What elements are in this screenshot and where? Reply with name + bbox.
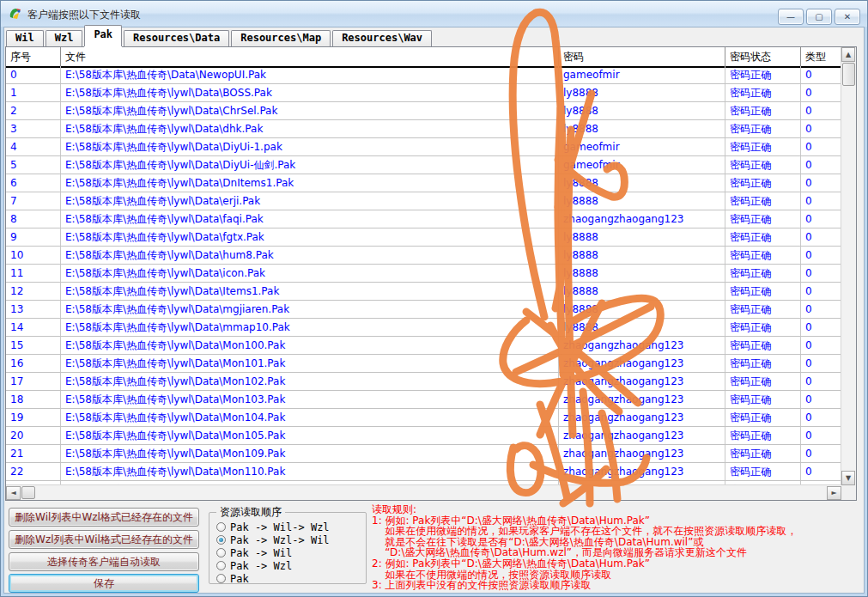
cell-status: 密码正确 bbox=[725, 337, 801, 354]
cell-type: 0 bbox=[801, 265, 841, 282]
table-row[interactable]: 1 E:\58版本库\热血传奇\lywl\Data\BOSS.Pak ly888… bbox=[6, 84, 841, 102]
cell-file: E:\58版本库\热血传奇\lywl\Data\mgjiaren.Pak bbox=[61, 301, 559, 318]
tab-label: Resources\Data bbox=[133, 32, 220, 44]
cell-file: E:\58版本库\热血传奇\lywl\Data\DiyUi-1.pak bbox=[61, 138, 559, 155]
cell-password: gameofmir bbox=[559, 66, 725, 83]
table-row[interactable]: 12 E:\58版本库\热血传奇\lywl\Data\Items1.Pak ly… bbox=[6, 283, 841, 301]
cell-status: 密码正确 bbox=[725, 355, 801, 372]
tab[interactable]: Resources\Wav bbox=[332, 30, 432, 46]
action-button-label: 删除Wzl列表中Wil格式已经存在的文件 bbox=[15, 533, 193, 547]
resource-order-option[interactable]: Pak -> Wil bbox=[216, 547, 330, 558]
column-header-type[interactable]: 类型 bbox=[801, 47, 841, 66]
cell-status: 密码正确 bbox=[725, 120, 801, 137]
table-row[interactable]: 2 E:\58版本库\热血传奇\lywl\Data\ChrSel.Pak ly8… bbox=[6, 102, 841, 120]
minimize-icon: — bbox=[786, 13, 795, 21]
scroll-left-icon[interactable]: ◄ bbox=[6, 486, 21, 500]
tab-label: Resources\Wav bbox=[342, 32, 422, 44]
table-row[interactable]: 5 E:\58版本库\热血传奇\lywl\Data\DiyUi-仙剑.Pak g… bbox=[6, 156, 841, 174]
cell-type: 0 bbox=[801, 463, 841, 480]
radio-label: Pak -> Wil-> Wzl bbox=[230, 521, 330, 533]
close-button[interactable]: ✕ bbox=[835, 9, 860, 25]
cell-type: 0 bbox=[801, 391, 841, 408]
table-row[interactable]: 3 E:\58版本库\热血传奇\lywl\Data\dhk.Pak ly8888… bbox=[6, 120, 841, 138]
cell-type: 0 bbox=[801, 174, 841, 192]
minimize-button[interactable]: — bbox=[778, 9, 804, 25]
column-header-file[interactable]: 文件 bbox=[61, 47, 559, 66]
column-header-index[interactable]: 序号 bbox=[6, 47, 61, 66]
column-header-password[interactable]: 密码 bbox=[559, 47, 725, 66]
cell-type: 0 bbox=[801, 319, 841, 336]
cell-password: zhaogangzhaogang123 bbox=[559, 445, 725, 462]
table-row[interactable]: 21 E:\58版本库\热血传奇\lywl\Data\Mon109.Pak zh… bbox=[6, 445, 841, 463]
resource-order-option[interactable]: Pak -> Wzl-> Wil bbox=[216, 534, 330, 545]
restore-button[interactable]: ▢ bbox=[806, 9, 832, 25]
cell-status: 密码正确 bbox=[725, 156, 801, 174]
table-header: 序号 文件 密码 密码状态 类型 bbox=[6, 47, 841, 68]
cell-status: 密码正确 bbox=[725, 427, 801, 444]
table-row[interactable]: 17 E:\58版本库\热血传奇\lywl\Data\Mon102.Pak zh… bbox=[6, 373, 841, 391]
cell-index: 22 bbox=[6, 463, 61, 480]
cell-status: 密码正确 bbox=[725, 265, 801, 282]
table-row[interactable]: 19 E:\58版本库\热血传奇\lywl\Data\Mon104.Pak zh… bbox=[6, 409, 841, 427]
horizontal-scrollbar[interactable]: ◄ ► bbox=[6, 484, 841, 500]
action-button-label: 删除Wil列表中Wzl格式已经存在的文件 bbox=[15, 510, 193, 525]
table-row[interactable]: 7 E:\58版本库\热血传奇\lywl\Data\erji.Pak ly888… bbox=[6, 192, 841, 210]
table-row[interactable]: 9 E:\58版本库\热血传奇\lywl\Data\fgtx.Pak ly888… bbox=[6, 228, 841, 247]
table-row[interactable]: 4 E:\58版本库\热血传奇\lywl\Data\DiyUi-1.pak ga… bbox=[6, 138, 841, 156]
scroll-right-icon[interactable]: ► bbox=[827, 486, 841, 500]
cell-file: E:\58版本库\热血传奇\lywl\Data\Mon110.Pak bbox=[61, 463, 559, 480]
scroll-down-icon[interactable]: ▼ bbox=[841, 471, 855, 485]
bottom-panel: 删除Wil列表中Wzl格式已经存在的文件删除Wzl列表中Wil格式已经存在的文件… bbox=[4, 501, 864, 593]
table-row[interactable]: 13 E:\58版本库\热血传奇\lywl\Data\mgjiaren.Pak … bbox=[6, 301, 841, 319]
cell-index: 9 bbox=[6, 228, 61, 246]
cell-file: E:\58版本库\热血传奇\lywl\Data\Mon109.Pak bbox=[61, 445, 559, 462]
vertical-scroll-thumb[interactable] bbox=[842, 63, 855, 86]
cell-type: 0 bbox=[801, 228, 841, 246]
cell-status: 密码正确 bbox=[725, 138, 801, 155]
action-button[interactable]: 删除Wzl列表中Wil格式已经存在的文件 bbox=[9, 530, 199, 549]
cell-status: 密码正确 bbox=[725, 445, 801, 462]
cell-password: ly8888 bbox=[559, 247, 725, 264]
action-button[interactable]: 选择传奇客户端自动读取 bbox=[9, 552, 199, 571]
cell-type: 0 bbox=[801, 337, 841, 354]
tab[interactable]: Resources\Data bbox=[124, 30, 229, 46]
table-row[interactable]: 8 E:\58版本库\热血传奇\lywl\Data\faqi.Pak zhaog… bbox=[6, 210, 841, 228]
vertical-scrollbar[interactable]: ▲ ▼ bbox=[841, 47, 856, 485]
cell-file: E:\58版本库\热血传奇\lywl\Data\Mon101.Pak bbox=[61, 355, 559, 372]
restore-icon: ▢ bbox=[815, 13, 822, 21]
action-button[interactable]: 保存 bbox=[9, 574, 199, 593]
table-row[interactable]: 18 E:\58版本库\热血传奇\lywl\Data\Mon103.Pak zh… bbox=[6, 391, 841, 409]
table-row[interactable]: 14 E:\58版本库\热血传奇\lywl\Data\mmap10.Pak ly… bbox=[6, 319, 841, 337]
cell-password: gameofmir bbox=[559, 156, 725, 174]
cell-password: ly8888 bbox=[559, 283, 725, 300]
table-row[interactable]: 20 E:\58版本库\热血传奇\lywl\Data\Mon105.Pak zh… bbox=[6, 427, 841, 445]
cell-file: E:\58版本库\热血传奇\lywl\Data\Items1.Pak bbox=[61, 283, 559, 300]
table-row[interactable]: 6 E:\58版本库\热血传奇\lywl\Data\DnItems1.Pak l… bbox=[6, 174, 841, 192]
tab[interactable]: Wzl bbox=[46, 30, 83, 46]
column-header-status[interactable]: 密码状态 bbox=[725, 47, 801, 66]
table-row[interactable]: 22 E:\58版本库\热血传奇\lywl\Data\Mon110.Pak zh… bbox=[6, 463, 841, 481]
action-button[interactable]: 删除Wil列表中Wzl格式已经存在的文件 bbox=[9, 508, 199, 527]
table-row[interactable]: 11 E:\58版本库\热血传奇\lywl\Data\icon.Pak ly88… bbox=[6, 265, 841, 283]
cell-status: 密码正确 bbox=[725, 463, 801, 480]
table-row[interactable]: 0 E:\58版本库\热血传奇\Data\NewopUI.Pak gameofm… bbox=[6, 66, 841, 84]
resource-order-option[interactable]: Pak -> Wil-> Wzl bbox=[216, 521, 330, 533]
tab[interactable]: Wil bbox=[6, 30, 44, 46]
tab[interactable]: Pak bbox=[84, 25, 122, 46]
table-row[interactable]: 10 E:\58版本库\热血传奇\lywl\Data\hum8.Pak ly88… bbox=[6, 247, 841, 265]
table-row[interactable]: 15 E:\58版本库\热血传奇\lywl\Data\Mon100.Pak zh… bbox=[6, 337, 841, 355]
horizontal-scroll-thumb[interactable] bbox=[21, 486, 35, 499]
rules-line: 2: 例如: Pak列表中“D:\盛大网络\热血传奇\Data\Hum.Pak” bbox=[372, 558, 797, 570]
radio-label: Pak -> Wzl bbox=[230, 560, 292, 572]
scroll-up-icon[interactable]: ▲ bbox=[841, 47, 855, 62]
cell-type: 0 bbox=[801, 373, 841, 390]
resource-order-option[interactable]: Pak bbox=[216, 573, 330, 584]
resource-order-option[interactable]: Pak -> Wzl bbox=[216, 560, 330, 571]
cell-type: 0 bbox=[801, 301, 841, 318]
tab[interactable]: Resources\Map bbox=[231, 30, 331, 46]
table-row[interactable]: 16 E:\58版本库\热血传奇\lywl\Data\Mon101.Pak zh… bbox=[6, 355, 841, 373]
cell-password: ly8888 bbox=[559, 265, 725, 282]
cell-type: 0 bbox=[801, 156, 841, 174]
cell-index: 19 bbox=[6, 409, 61, 426]
titlebar[interactable]: 客户端按照以下文件读取 — ▢ ✕ bbox=[1, 1, 867, 27]
